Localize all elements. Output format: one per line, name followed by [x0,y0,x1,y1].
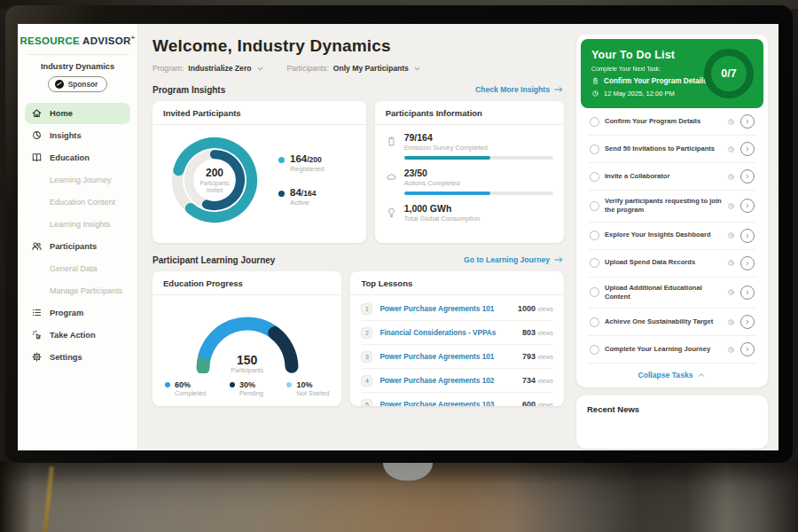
task-open-button[interactable] [740,169,755,184]
brand-part1: RESOURCE [20,35,80,46]
chevron-right-icon [744,118,751,125]
lesson-link[interactable]: Power Purchase Agreements 101 [379,353,515,361]
clock-icon [727,202,735,210]
donut-center-label: 200 Participants Invited [165,130,264,230]
sidebar-item-participants[interactable]: Participants [25,236,130,257]
clock-icon [727,173,735,181]
education-progress-body: 150 Participants 60%Completed30%Pending1… [153,295,341,397]
check-more-insights-label: Check More Insights [475,85,550,94]
lesson-views: 793 views [522,352,553,361]
lesson-link[interactable]: Financial Considerations - VPPAs [379,329,515,337]
lesson-row: 2Financial Considerations - VPPAs803 vie… [361,321,553,345]
brand-plus: + [131,34,136,42]
task-open-button[interactable] [740,286,755,300]
task-checkbox[interactable] [590,258,599,268]
arrow-right-icon [553,84,564,95]
legend-label: Pending [239,389,263,397]
filter-program-dropdown[interactable]: Program:Industrialize Zero [153,64,264,73]
invited-donut-chart: 200 Participants Invited [165,130,264,230]
task-checkbox[interactable] [590,201,599,211]
sidebar-item-take-action[interactable]: Take Action [25,325,130,346]
sidebar-item-home[interactable]: Home [25,103,130,124]
task-checkbox[interactable] [590,145,599,154]
check-more-insights-link[interactable]: Check More Insights [475,84,564,95]
sponsor-badge[interactable]: Sponsor [48,76,108,92]
education-progress-card-title: Education Progress [153,271,341,295]
task-open-button[interactable] [740,315,755,329]
task-open-button[interactable] [740,342,755,356]
task-checkbox[interactable] [590,117,599,127]
sponsor-icon [55,80,64,89]
donut-center-value: 200 [206,167,223,179]
stat-row: 1,000 GWhTotal Global Consumption [386,203,553,223]
program-icon [31,307,43,318]
sidebar: RESOURCE ADVISOR+ Industry Dynamics Spon… [18,24,138,450]
collapse-tasks-link[interactable]: Collapse Tasks [581,364,763,387]
sidebar-item-education[interactable]: Education [25,147,130,168]
task-open-button[interactable] [740,256,755,270]
learning-cards-row: Education Progress 150 Participants 60%C… [153,271,564,406]
todo-progress-badge: 0/7 [704,49,754,98]
participants-information-card-title: Participants Information [375,101,564,125]
task-checkbox[interactable] [590,231,599,240]
sidebar-item-general-data[interactable]: General Data [25,258,130,279]
sidebar-item-education-content[interactable]: Education Content [25,192,130,213]
lesson-rank: 1 [361,303,372,315]
sidebar-item-program[interactable]: Program [25,302,130,324]
task-label: Complete Your Learning Journey [605,345,722,354]
arrow-right-icon [553,254,564,265]
task-checkbox[interactable] [590,345,599,355]
task-checkbox[interactable] [590,287,599,297]
donut-center-caption: Participants Invited [194,180,235,194]
task-label: Explore Your Insights Dashboard [605,231,722,239]
todo-task-row: Upload Spend Data Records [588,250,756,278]
gauge-center-value: 150 [181,353,314,367]
sidebar-item-learning-journey[interactable]: Learning Journey [25,169,130,191]
gauge-center-label: 150 Participants [181,353,314,373]
task-open-button[interactable] [740,114,755,129]
legend-value: 84/164 [290,187,316,198]
task-open-button[interactable] [740,142,755,156]
sidebar-item-learning-insights[interactable]: Learning Insights [25,214,130,235]
todo-task-row: Achieve One Sustainability Target [588,309,756,336]
sidebar-item-label: Program [50,309,83,317]
progress-bar [404,156,553,160]
legend-dot-icon [230,382,235,387]
filter-participants-dropdown[interactable]: Participants:Only My Participants [287,64,421,73]
lesson-link[interactable]: Power Purchase Agreements 101 [379,305,511,313]
donut-legend: 164/200Registered84/164Active [278,153,325,207]
lesson-views: 803 views [522,328,553,337]
chevron-right-icon [744,260,751,267]
legend-dot-icon [278,157,285,163]
lesson-link[interactable]: Power Purchase Agreements 103 [379,401,515,407]
recent-news-title: Recent News [587,404,757,414]
sidebar-item-label: Education [50,153,90,162]
donut-legend-item: 164/200Registered [278,153,325,173]
legend-label: Registered [290,165,325,173]
education-icon [31,152,43,163]
sponsor-badge-label: Sponsor [68,80,98,89]
task-label: Upload Spend Data Records [605,258,722,267]
stat-row: 79/164Emission Survey Completed [386,132,553,160]
clock-icon [727,288,735,296]
sidebar-item-settings[interactable]: Settings [25,347,130,368]
task-open-button[interactable] [740,229,755,243]
sidebar-item-label: Settings [50,353,82,362]
invited-participants-card: Invited Participants 200 Participants In… [153,101,366,243]
stat-value: 23/50 [404,168,553,178]
insights-cards-row: Invited Participants 200 Participants In… [153,101,564,243]
donut-legend-item: 84/164Active [278,187,325,207]
survey-icon [386,136,397,147]
clock-icon [591,90,599,98]
task-open-button[interactable] [740,199,755,213]
task-checkbox[interactable] [590,317,599,327]
task-checkbox[interactable] [590,172,599,182]
main-content: Welcome, Industry Dynamics Program:Indus… [138,24,575,450]
sidebar-item-label: General Data [50,264,98,273]
sidebar-item-manage-participants[interactable]: Manage Participants [25,280,130,301]
progress-bar [404,192,553,195]
todo-next-task-label: Confirm Your Program Details [604,77,708,85]
go-to-learning-journey-link[interactable]: Go to Learning Journey [464,254,564,265]
sidebar-item-insights[interactable]: Insights [25,125,130,146]
lesson-link[interactable]: Power Purchase Agreements 102 [379,377,515,385]
